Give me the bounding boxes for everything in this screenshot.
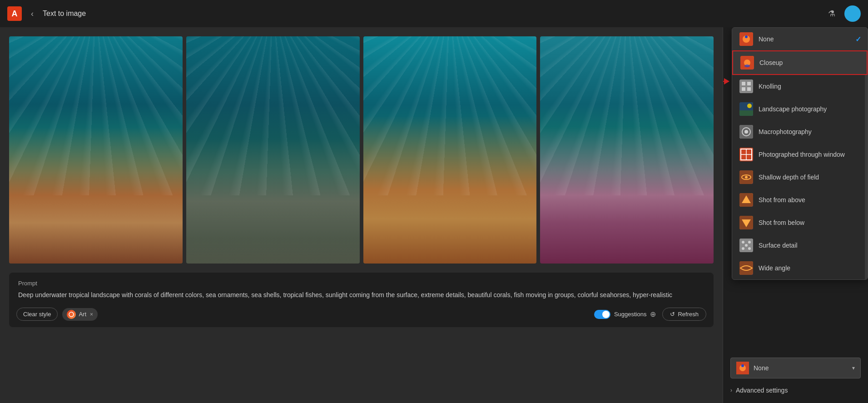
svg-point-0 [69,312,74,317]
svg-rect-13 [739,110,753,116]
window-label: Photographed through window [759,151,845,158]
art-tag-label: Art [79,311,86,318]
shallow-label: Shallow depth of field [759,174,819,181]
dropdown-item-shallow[interactable]: Shallow depth of field [732,166,868,189]
dropdown-item-below[interactable]: Shot from below [732,211,868,234]
window-icon [739,148,753,161]
generated-image-3 [363,36,537,264]
suggestions-toggle: Suggestions ⊕ [594,310,656,319]
landscape-label: Landscape photography [759,105,827,113]
style-dropdown-caret-icon: ▾ [852,365,855,371]
adobe-logo: A [7,6,22,21]
right-sidebar: None ✓ Closeup [723,27,868,403]
svg-rect-8 [742,82,745,85]
selected-checkmark: ✓ [855,35,861,44]
refresh-button[interactable]: ↺ Refresh [662,308,706,321]
page-title: Text to image [43,10,86,18]
art-style-tag: Art × [62,308,98,321]
svg-point-31 [748,241,751,244]
refresh-icon: ↺ [670,311,675,318]
prompt-box: Prompt Deep underwater tropical landscap… [9,273,714,327]
below-icon [739,216,753,229]
dropdown-item-landscape[interactable]: Landscape photography [732,98,868,120]
surface-label: Surface detail [759,242,798,249]
svg-point-17 [744,130,748,134]
svg-point-6 [744,65,750,67]
red-arrow-annotation [723,78,729,85]
svg-point-32 [742,247,744,250]
svg-point-14 [747,104,752,108]
macro-icon [739,125,753,139]
main-content: Prompt Deep underwater tropical landscap… [0,27,868,403]
svg-rect-9 [747,82,751,85]
knolling-label: Knolling [759,83,781,90]
dropdown-item-none[interactable]: None ✓ [732,28,868,50]
dropdown-item-closeup[interactable]: Closeup [732,50,868,75]
avatar[interactable] [844,5,861,22]
sun-rays-overlay-4 [540,36,714,195]
sun-rays-overlay-2 [186,36,360,195]
svg-point-3 [745,35,748,38]
macro-label: Macrophotography [759,128,812,135]
closeup-label: Closeup [759,59,783,66]
sun-rays-overlay [9,36,183,195]
dropdown-item-macro[interactable]: Macrophotography [732,120,868,143]
style-selector-dropdown[interactable]: None ▾ [730,358,861,378]
advanced-settings-toggle[interactable]: › Advanced settings [730,385,861,396]
above-label: Shot from above [759,196,805,204]
above-icon [739,193,753,207]
arrow-head [724,78,729,85]
closeup-icon [740,56,754,70]
back-button[interactable]: ‹ [27,7,37,20]
shallow-icon [739,170,753,184]
dropdown-item-window[interactable]: Photographed through window [732,143,868,166]
art-tag-close-button[interactable]: × [90,311,93,318]
style-selector-icon [736,362,749,374]
flask-icon[interactable]: ⚗ [824,6,839,21]
knolling-icon [739,80,753,93]
prompt-actions: Clear style Art × Suggesti [16,308,706,321]
svg-rect-35 [739,261,753,275]
svg-point-38 [741,364,744,367]
suggestions-info-icon[interactable]: ⊕ [650,310,656,318]
generated-image-4 [540,36,714,264]
generated-image-2 [186,36,360,264]
refresh-label: Refresh [678,311,699,318]
wide-icon [739,261,753,275]
none-label: None [759,35,774,43]
right-actions: Suggestions ⊕ ↺ Refresh [594,308,706,321]
svg-rect-11 [747,87,751,91]
image-area: Prompt Deep underwater tropical landscap… [0,27,723,403]
art-icon [67,310,76,319]
advanced-settings-label: Advanced settings [736,387,788,394]
dropdown-item-wide[interactable]: Wide angle [732,257,868,279]
bottom-panel: Prompt Deep underwater tropical landscap… [9,264,714,334]
svg-point-24 [745,176,748,179]
toggle-thumb [602,311,610,318]
style-selector-label: None [754,364,848,372]
none-icon [739,32,753,46]
advanced-settings-arrow-icon: › [730,387,732,393]
dropdown-item-knolling[interactable]: Knolling [732,75,868,98]
dropdown-item-above[interactable]: Shot from above [732,189,868,211]
svg-point-30 [742,241,744,244]
wide-label: Wide angle [759,264,790,272]
prompt-label: Prompt [18,280,704,287]
svg-point-34 [745,244,748,247]
sun-rays-overlay-3 [363,36,537,195]
sidebar-bottom-controls: None ▾ › Advanced settings [723,350,868,403]
landscape-icon [739,102,753,116]
clear-style-button[interactable]: Clear style [16,308,58,321]
surface-icon [739,239,753,252]
generated-image-1 [9,36,183,264]
header: A ‹ Text to image ⚗ [0,0,868,27]
style-dropdown-menu: None ✓ Closeup [732,27,868,280]
suggestions-toggle-switch[interactable] [594,310,610,319]
dropdown-item-surface[interactable]: Surface detail [732,234,868,257]
svg-rect-10 [742,87,745,91]
svg-rect-7 [739,80,753,93]
below-label: Shot from below [759,219,804,226]
suggestions-label: Suggestions [614,311,647,318]
prompt-text[interactable]: Deep underwater tropical landscape with … [18,290,704,300]
images-grid [9,36,714,264]
